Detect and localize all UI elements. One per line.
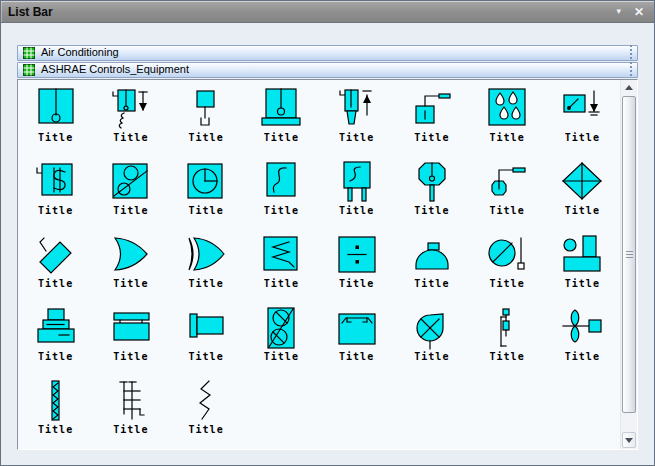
palette-item-label: Title [244, 205, 319, 216]
palette-item[interactable]: Title [394, 229, 469, 302]
palette-item-label: Title [18, 132, 93, 143]
box-nozzle-icon [410, 87, 454, 131]
tilted-rect-antenna-icon [34, 233, 78, 277]
palette-item[interactable]: Title [545, 229, 620, 302]
palette-item[interactable]: Title [169, 83, 244, 156]
palette-item-label: Title [169, 278, 244, 289]
lollipop-hex-icon [410, 160, 454, 204]
scroll-down-button[interactable] [622, 432, 636, 448]
palette-item[interactable]: Title [169, 229, 244, 302]
palette-item-label: Title [394, 278, 469, 289]
palette-item-label: Title [394, 132, 469, 143]
tiered-unit-icon [34, 306, 78, 350]
list-bar-window: List Bar ▾ ✕ Air Conditioning ASHRAE Con… [0, 0, 655, 466]
filter-column-icon [259, 306, 303, 350]
palette-item[interactable]: Title [545, 302, 620, 375]
dome-cap-icon [410, 233, 454, 277]
palette-item-label: Title [93, 351, 168, 362]
titlebar[interactable]: List Bar ▾ ✕ [1, 1, 654, 23]
s-curve-box-icon [259, 160, 303, 204]
bracket-box-icon [335, 306, 379, 350]
palette-item-label: Title [169, 351, 244, 362]
palette-item[interactable]: Title [394, 302, 469, 375]
palette-item[interactable]: Title [470, 83, 545, 156]
scrollbar-thumb[interactable] [622, 96, 636, 413]
titlebar-controls: ▾ ✕ [616, 6, 654, 18]
palette-item[interactable]: Title [244, 83, 319, 156]
palette-item-label: Title [470, 132, 545, 143]
ladder-coil-icon [109, 379, 153, 423]
palette-item-label: Title [545, 351, 620, 362]
palette-item[interactable]: Title [319, 83, 394, 156]
fork-probe-icon [184, 87, 228, 131]
palette-item-label: Title [470, 205, 545, 216]
section-label: ASHRAE Controls_Equipment [41, 63, 189, 75]
drag-dots-icon [630, 45, 632, 61]
palette-item[interactable]: Title [169, 375, 244, 448]
palette-item-label: Title [470, 278, 545, 289]
section-header-ashrae-controls-equipment[interactable]: ASHRAE Controls_Equipment [17, 62, 638, 78]
palette-item[interactable]: Title [545, 83, 620, 156]
palette-item[interactable]: Title [545, 156, 620, 229]
palette-item-label: Title [169, 205, 244, 216]
palette-item[interactable]: Title [18, 229, 93, 302]
palette-item[interactable]: Title [93, 156, 168, 229]
vertical-scrollbar[interactable] [620, 80, 637, 449]
tank-pendulum-icon [34, 87, 78, 131]
palette-item-label: Title [169, 132, 244, 143]
palette-item-label: Title [18, 351, 93, 362]
triangle-down-icon [625, 438, 633, 443]
palette-item-label: Title [18, 278, 93, 289]
palette-item-label: Title [545, 278, 620, 289]
palette-item[interactable]: Title [319, 156, 394, 229]
palette-item[interactable]: Title [319, 229, 394, 302]
window-title: List Bar [1, 5, 53, 19]
palette-item[interactable]: Title [18, 156, 93, 229]
palette-item[interactable]: Title [93, 375, 168, 448]
stencil-table-icon [23, 47, 35, 59]
double-crescent-icon [184, 233, 228, 277]
palette-item-label: Title [93, 424, 168, 435]
palette-item[interactable]: Title [93, 302, 168, 375]
section-label: Air Conditioning [41, 46, 119, 58]
palette-item-label: Title [18, 424, 93, 435]
palette-item[interactable]: Title [18, 375, 93, 448]
palette-item[interactable]: Title [470, 229, 545, 302]
damper-dollar-icon [34, 160, 78, 204]
palette-item[interactable]: Title [470, 302, 545, 375]
boiler-unit-icon [560, 233, 604, 277]
palette-item-label: Title [319, 205, 394, 216]
roll-filter-icon [109, 160, 153, 204]
section-header-air-conditioning[interactable]: Air Conditioning [17, 45, 638, 61]
palette-item[interactable]: Title [394, 83, 469, 156]
gauge-slash-icon [485, 233, 529, 277]
chevron-down-icon[interactable]: ▾ [616, 7, 621, 16]
squiggle-legs-icon [335, 160, 379, 204]
droplet-box-icon [485, 87, 529, 131]
scrollbar-track[interactable] [621, 94, 637, 431]
palette-item[interactable]: Title [319, 302, 394, 375]
scroll-up-button[interactable] [621, 80, 637, 94]
close-icon[interactable]: ✕ [634, 6, 644, 18]
scroll-fan-icon [410, 306, 454, 350]
palette-item[interactable]: Title [93, 83, 168, 156]
palette-item[interactable]: Title [93, 229, 168, 302]
switch-ground-icon [560, 87, 604, 131]
palette-item[interactable]: Title [394, 156, 469, 229]
palette-item[interactable]: Title [244, 229, 319, 302]
palette-item[interactable]: Title [244, 302, 319, 375]
palette-item-label: Title [93, 205, 168, 216]
slab-table-icon [109, 306, 153, 350]
palette-item[interactable]: Title [169, 302, 244, 375]
palette-item-label: Title [470, 351, 545, 362]
palette-item[interactable]: Title [244, 156, 319, 229]
probe-squiggle-arrow-icon [109, 87, 153, 131]
palette-item[interactable]: Title [18, 302, 93, 375]
fan-crescent-icon [109, 233, 153, 277]
propeller-fan-icon [560, 306, 604, 350]
palette-item[interactable]: Title [169, 156, 244, 229]
diamond-cross-icon [560, 160, 604, 204]
palette-item-label: Title [93, 278, 168, 289]
palette-item[interactable]: Title [18, 83, 93, 156]
palette-item[interactable]: Title [470, 156, 545, 229]
